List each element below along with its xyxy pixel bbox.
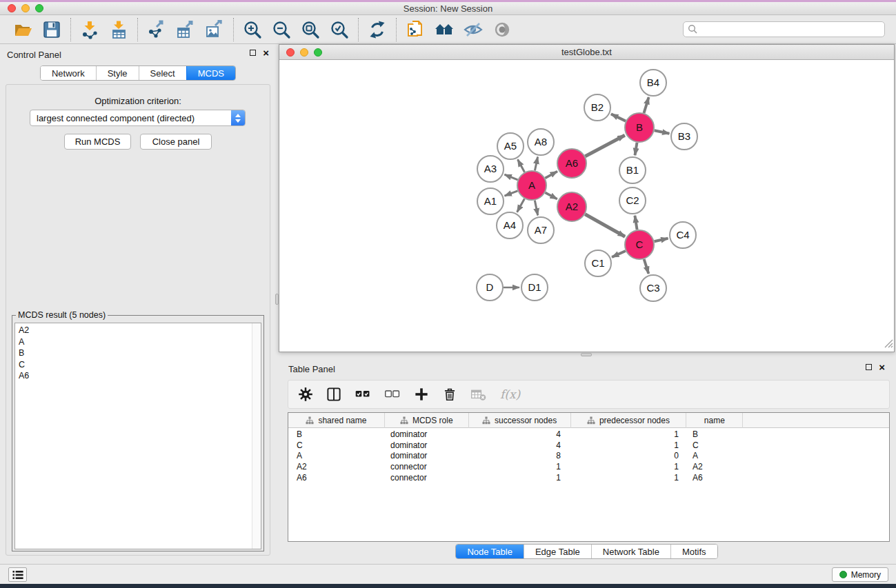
graph-node-D[interactable]: D	[477, 274, 503, 301]
tab-motifs[interactable]: Motifs	[670, 545, 717, 558]
tab-style[interactable]: Style	[96, 66, 139, 80]
close-panel-button[interactable]: Close panel	[140, 134, 212, 150]
zoom-out-icon[interactable]	[272, 20, 291, 39]
table-row[interactable]: A6connector11A6	[288, 472, 889, 483]
panel-divider-handle[interactable]	[581, 353, 592, 356]
graph-edge-B-B4[interactable]	[644, 97, 649, 113]
network-canvas[interactable]: AA1A2A3A4A5A6A7A8BB1B2B3B4CC1C2C3C4DD1	[279, 60, 894, 352]
graph-node-C3[interactable]: C3	[640, 275, 666, 301]
table-row[interactable]: Cdominator41C	[288, 440, 889, 451]
zoom-in-icon[interactable]	[243, 20, 262, 39]
result-item[interactable]: A	[15, 336, 261, 348]
delete-column-trash-icon[interactable]	[442, 387, 457, 402]
graph-node-A4[interactable]: A4	[497, 212, 523, 239]
zoom-fit-icon[interactable]	[301, 20, 320, 39]
create-column-plus-icon[interactable]	[414, 387, 429, 402]
export-image-icon[interactable]	[205, 20, 224, 39]
memory-button[interactable]: Memory	[832, 567, 888, 582]
automation-list-button[interactable]	[8, 567, 27, 582]
graph-node-D1[interactable]: D1	[521, 274, 548, 301]
result-item[interactable]: A6	[15, 370, 261, 382]
tab-select[interactable]: Select	[139, 66, 186, 80]
float-table-panel-icon[interactable]	[866, 364, 872, 370]
mcds-result-list[interactable]: A2ABCA6	[14, 323, 261, 549]
graph-node-A8[interactable]: A8	[528, 129, 554, 155]
tab-network-table[interactable]: Network Table	[591, 545, 670, 558]
graph-node-B4[interactable]: B4	[640, 70, 666, 96]
graph-edge-B-B3[interactable]	[655, 130, 670, 133]
graph-edge-A2-C[interactable]	[585, 214, 625, 237]
graph-node-B[interactable]: B	[625, 113, 654, 142]
table-settings-gear-icon[interactable]	[298, 387, 313, 402]
close-table-panel-icon[interactable]: ×	[879, 363, 885, 371]
graph-edge-A-A6[interactable]	[545, 172, 557, 179]
graph-node-C4[interactable]: C4	[670, 222, 696, 248]
result-item[interactable]: B	[15, 347, 261, 359]
export-table-icon[interactable]	[176, 20, 195, 39]
deselect-all-columns-icon[interactable]	[384, 387, 401, 402]
graph-edge-A-A7[interactable]	[535, 201, 537, 216]
table-row[interactable]: Bdominator41B	[288, 429, 889, 440]
graph-node-B1[interactable]: B1	[619, 157, 646, 183]
refresh-icon[interactable]	[368, 20, 387, 39]
graph-node-C[interactable]: C	[625, 230, 654, 259]
tab-mcds[interactable]: MCDS	[186, 66, 235, 80]
column-header-name[interactable]: name	[686, 413, 743, 428]
tab-edge-table[interactable]: Edge Table	[524, 545, 591, 558]
column-header-predecessor-nodes[interactable]: predecessor nodes	[571, 413, 687, 428]
graph-node-A1[interactable]: A1	[477, 188, 504, 214]
run-mcds-button[interactable]: Run MCDS	[64, 134, 131, 150]
graph-node-A6[interactable]: A6	[557, 149, 586, 178]
column-header-successor-nodes[interactable]: successor nodes	[469, 413, 571, 428]
graph-node-A3[interactable]: A3	[477, 156, 504, 182]
column-header-MCDS-role[interactable]: MCDS role	[385, 413, 469, 428]
graph-edge-A-A5[interactable]	[518, 159, 525, 172]
graph-node-A7[interactable]: A7	[528, 217, 554, 243]
table-row[interactable]: A2connector11A2	[288, 461, 889, 472]
panel-divider-handle[interactable]	[275, 294, 279, 305]
graph-node-B2[interactable]: B2	[584, 94, 610, 121]
graph-node-C1[interactable]: C1	[585, 250, 611, 276]
result-item[interactable]: A2	[15, 323, 261, 336]
graph-edge-A-A4[interactable]	[517, 199, 525, 212]
import-network-icon[interactable]	[80, 20, 99, 39]
float-panel-icon[interactable]	[250, 50, 256, 56]
tab-network[interactable]: Network	[41, 66, 96, 80]
graph-node-A[interactable]: A	[517, 171, 546, 200]
zoom-selected-icon[interactable]	[330, 20, 349, 39]
search-input[interactable]	[683, 21, 885, 37]
graph-edge-C-C4[interactable]	[655, 239, 668, 241]
graph-node-A2[interactable]: A2	[557, 192, 586, 221]
graph-edge-C-C3[interactable]	[644, 259, 649, 274]
home-browser-icon[interactable]	[435, 20, 454, 39]
graph-node-C2[interactable]: C2	[619, 187, 646, 214]
graph-edge-A-A3[interactable]	[504, 174, 517, 180]
graph-edge-A-A2[interactable]	[545, 192, 557, 199]
result-scrollbar[interactable]	[252, 323, 261, 549]
column-header-shared-name[interactable]: shared name	[288, 413, 385, 428]
resize-grip-icon[interactable]	[884, 338, 893, 351]
save-session-icon[interactable]	[42, 20, 61, 39]
graph-edge-B-B1[interactable]	[635, 143, 637, 156]
select-all-columns-icon[interactable]	[355, 387, 371, 402]
export-network-icon[interactable]	[147, 20, 166, 39]
result-item[interactable]: C	[15, 359, 261, 371]
hide-glasses-icon[interactable]	[464, 20, 483, 39]
open-session-icon[interactable]	[13, 20, 32, 39]
show-eye-icon[interactable]	[492, 20, 512, 39]
graph-edge-C-C2[interactable]	[635, 216, 637, 230]
graph-node-A5[interactable]: A5	[497, 133, 524, 159]
criterion-dropdown[interactable]: largest connected component (directed)	[30, 110, 246, 126]
graph-edge-A-A1[interactable]	[505, 191, 518, 196]
network-window-titlebar[interactable]: testGlobe.txt	[279, 45, 894, 60]
graph-node-B3[interactable]: B3	[671, 123, 697, 150]
show-columns-icon[interactable]	[326, 387, 341, 402]
graph-edge-C-C1[interactable]	[612, 251, 626, 257]
close-panel-icon[interactable]: ×	[263, 49, 269, 57]
tab-node-table[interactable]: Node Table	[456, 545, 524, 558]
table-row[interactable]: Adominator80A	[288, 450, 889, 461]
import-table-icon[interactable]	[109, 20, 128, 39]
graph-edge-A-A8[interactable]	[535, 157, 537, 171]
graph-edge-A6-B[interactable]	[585, 135, 624, 156]
graph-edge-B-B2[interactable]	[611, 114, 626, 121]
